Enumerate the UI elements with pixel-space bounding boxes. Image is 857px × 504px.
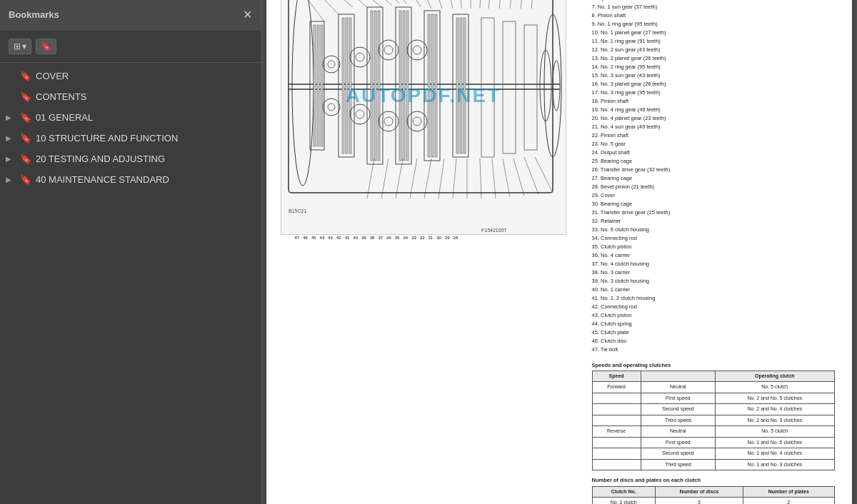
bookmark-icon-testing: 🔖: [20, 153, 31, 164]
svg-rect-10: [342, 18, 344, 153]
bookmark-icon-maintenance: 🔖: [20, 174, 31, 185]
legend-item: 14. No. 2 ring gear (95 teeth): [592, 63, 835, 71]
expand-all-button[interactable]: ⊞ ▾: [9, 39, 31, 54]
table-row: First speedNo. 2 and No. 5 clutches: [592, 393, 834, 404]
maintenance-label: 40 MAINTENANCE STANDARD: [36, 174, 169, 185]
svg-point-34: [356, 53, 364, 61]
table-cell: [592, 404, 641, 415]
sidebar-item-structure[interactable]: ▶ 🔖 10 STRUCTURE AND FUNCTION: [0, 128, 261, 148]
table-cell: First speed: [641, 393, 715, 404]
legend-item: 31. Transfer drive gear (25 teeth): [592, 208, 835, 217]
main-content: 1 5 6 7 8 9 10 11 12 13 14 15 16 17 18 1…: [261, 0, 857, 504]
table-cell: No. 2 and No. 5 clutches: [716, 393, 834, 404]
svg-point-32: [328, 104, 335, 111]
table-row: First speedNo. 1 and No. 5 clutches: [592, 437, 834, 448]
svg-line-53: [403, 0, 421, 7]
legend-item: 17. No. 3 ring gear (95 teeth): [592, 89, 835, 97]
tables-section: Speeds and operating clutches SpeedOpera…: [592, 361, 835, 505]
svg-rect-16: [378, 11, 380, 161]
svg-point-44: [413, 117, 421, 126]
legend-item: 28. Bevel pinion (21 teeth): [592, 183, 835, 191]
svg-point-38: [384, 46, 393, 54]
svg-line-59: [480, 0, 481, 9]
svg-rect-81: [481, 18, 494, 157]
contents-label: CONTENTS: [36, 91, 87, 102]
sidebar-item-general[interactable]: ▶ 🔖 01 GENERAL: [0, 107, 261, 128]
svg-line-48: [331, 0, 367, 7]
sidebar-item-contents[interactable]: 🔖 CONTENTS: [0, 86, 261, 107]
table-cell: Neutral: [641, 382, 715, 393]
svg-rect-8: [321, 25, 323, 146]
legend-item: 26. Transfer drive gear (32 teeth): [592, 166, 835, 174]
table-cell: First speed: [641, 437, 715, 448]
table-cell: No. 5 clutch: [716, 382, 834, 393]
arrow-maintenance: ▶: [6, 176, 16, 183]
table-cell: [592, 448, 641, 460]
legend-item: 11. No. 1 ring gear (91 teeth): [592, 37, 835, 46]
svg-rect-19: [403, 11, 405, 161]
legend-item: 47. Tie bolt: [592, 346, 835, 354]
legend-section: 1. Input coupling2. Transmission case3. …: [592, 0, 835, 504]
svg-text:F15421007: F15421007: [481, 228, 507, 233]
structure-label: 10 STRUCTURE AND FUNCTION: [36, 133, 178, 143]
legend-item: 7. No. 1 sun gear (37 teeth): [592, 3, 835, 11]
table-cell: 2: [743, 498, 834, 505]
sidebar: Bookmarks ✕ ⊞ ▾ 🔖 🔖 COVER 🔖 CONTENTS ▶ 🔖…: [0, 0, 261, 504]
svg-rect-82: [503, 21, 516, 153]
table-cell: Neutral: [641, 426, 715, 438]
table-cell: Second speed: [641, 404, 715, 415]
sidebar-items-list: 🔖 COVER 🔖 CONTENTS ▶ 🔖 01 GENERAL ▶ 🔖 10…: [0, 63, 261, 504]
legend-item: 13. No. 2 planet gear (26 teeth): [592, 54, 835, 63]
svg-line-57: [460, 0, 461, 9]
svg-line-65: [535, 157, 553, 193]
svg-rect-27: [460, 18, 462, 153]
table-header: Clutch No.: [592, 486, 656, 498]
discs-table: Clutch No.Number of discsNumber of plate…: [592, 486, 835, 505]
legend-item: 34. Connecting rod: [592, 234, 835, 243]
svg-line-49: [346, 0, 381, 7]
table-cell: Third speed: [641, 415, 715, 426]
legend-item: 36. No. 4 carrier: [592, 251, 835, 260]
general-label: 01 GENERAL: [36, 112, 93, 123]
table-cell: [592, 393, 641, 404]
svg-text:B15C21: B15C21: [289, 208, 306, 213]
svg-rect-28: [463, 18, 466, 153]
sidebar-title: Bookmarks: [9, 9, 59, 20]
sidebar-item-maintenance[interactable]: ▶ 🔖 40 MAINTENANCE STANDARD: [0, 169, 261, 190]
legend-item: 20. No. 4 planet gear (23 teeth): [592, 114, 835, 123]
legend-item: 42. Connecting rod: [592, 303, 835, 311]
close-button[interactable]: ✕: [243, 9, 252, 21]
speeds-table-title: Speeds and operating clutches: [592, 361, 835, 369]
legend-item: 29. Cover: [592, 191, 835, 200]
svg-rect-24: [435, 14, 437, 157]
svg-rect-0: [289, 0, 553, 193]
svg-rect-18: [399, 11, 401, 161]
legend-item: 45. Clutch plate: [592, 328, 835, 337]
table-cell: No. 2 and No. 4 clutches: [716, 404, 834, 415]
speeds-table: SpeedOperating clutchForwardNeutralNo. 5…: [592, 371, 835, 471]
table-row: Second speedNo. 1 and No. 4 clutches: [592, 448, 834, 460]
table-cell: 3: [656, 498, 743, 505]
legend-item: 23. No. 5 gear: [592, 140, 835, 148]
table-cell: No. 1 and No. 3 clutches: [716, 459, 834, 470]
legend-item: 16. No. 3 planet gear (26 teeth): [592, 80, 835, 89]
sidebar-item-cover[interactable]: 🔖 COVER: [0, 66, 261, 86]
table-header: Number of discs: [656, 486, 743, 498]
svg-point-40: [384, 117, 393, 126]
bottom-number-labels: 47 46 45 44 43 42 41 40 39 38 37 36 35 3…: [281, 236, 581, 240]
svg-line-64: [531, 0, 535, 9]
table-cell: No. 1 and No. 4 clutches: [716, 448, 834, 460]
svg-rect-83: [524, 25, 537, 150]
svg-line-46: [303, 0, 339, 14]
legend-item: 19. No. 4 ring gear (49 teeth): [592, 106, 835, 114]
sidebar-item-testing[interactable]: ▶ 🔖 20 TESTING AND ADJUSTING: [0, 148, 261, 169]
svg-line-50: [360, 0, 392, 6]
table-cell: Third speed: [641, 459, 715, 470]
bookmark-view-button[interactable]: 🔖: [36, 39, 56, 54]
legend-item: 35. Clutch piston: [592, 243, 835, 251]
svg-line-66: [524, 157, 538, 194]
arrow-structure: ▶: [6, 134, 16, 142]
page-container: 1 5 6 7 8 9 10 11 12 13 14 15 16 17 18 1…: [266, 0, 852, 504]
bookmark-icon-general: 🔖: [20, 112, 31, 123]
table-cell: Forward: [592, 382, 641, 393]
